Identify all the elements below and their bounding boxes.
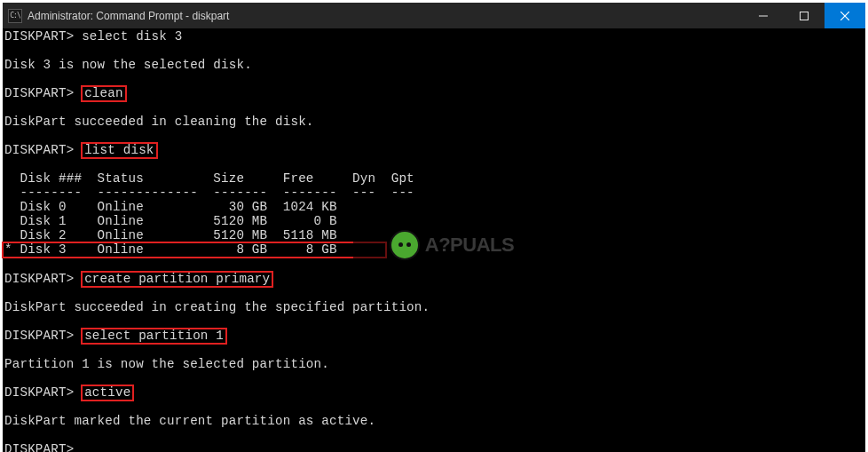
watermark: A?PUALS: [353, 222, 545, 268]
command-prompt-window: C:\ Administrator: Command Prompt - disk…: [3, 3, 865, 449]
minimize-button[interactable]: [743, 3, 784, 28]
close-button[interactable]: [825, 3, 865, 28]
disk-table-header: Disk ### Status Size Free Dyn Gpt: [4, 171, 414, 186]
msg-clean-success: DiskPart succeeded in cleaning the disk.: [4, 115, 314, 129]
prompt: DISKPART>: [4, 272, 74, 286]
msg-disk-selected: Disk 3 is now the selected disk.: [4, 58, 252, 72]
prompt: DISKPART>: [4, 442, 74, 452]
cmd-create-partition: create partition primary: [82, 272, 272, 287]
disk-row-0: Disk 0 Online 30 GB 1024 KB: [4, 200, 337, 214]
cmd-clean: clean: [82, 86, 126, 101]
window-title: Administrator: Command Prompt - diskpart: [28, 10, 743, 22]
disk-row-2: Disk 2 Online 5120 MB 5118 MB: [4, 228, 337, 242]
prompt: DISKPART>: [4, 385, 74, 400]
terminal-content[interactable]: DISKPART> select disk 3 Disk 3 is now th…: [3, 28, 865, 452]
cmd-list-disk: list disk: [82, 143, 156, 158]
svg-rect-1: [801, 12, 809, 20]
maximize-button[interactable]: [784, 3, 825, 28]
watermark-text: A?PUALS: [425, 238, 514, 252]
disk-row-1: Disk 1 Online 5120 MB 0 B: [4, 214, 337, 228]
watermark-logo-icon: [390, 230, 420, 260]
disk-row-3-selected: * Disk 3 Online 8 GB 8 GB: [3, 242, 386, 258]
prompt: DISKPART>: [4, 29, 74, 44]
cmd-select-disk: select disk 3: [82, 29, 182, 44]
prompt: DISKPART>: [4, 329, 74, 343]
window-controls: [743, 3, 865, 28]
cmd-icon: C:\: [8, 9, 22, 23]
msg-partition-active: DiskPart marked the current partition as…: [4, 414, 375, 428]
window-titlebar[interactable]: C:\ Administrator: Command Prompt - disk…: [3, 3, 865, 28]
cmd-select-partition: select partition 1: [82, 329, 226, 344]
msg-partition-selected: Partition 1 is now the selected partitio…: [4, 357, 329, 371]
prompt: DISKPART>: [4, 143, 74, 157]
disk-table-divider: -------- ------------- ------- ------- -…: [4, 186, 414, 200]
msg-partition-created: DiskPart succeeded in creating the speci…: [4, 300, 430, 314]
prompt: DISKPART>: [4, 86, 74, 100]
cmd-active: active: [82, 385, 133, 400]
